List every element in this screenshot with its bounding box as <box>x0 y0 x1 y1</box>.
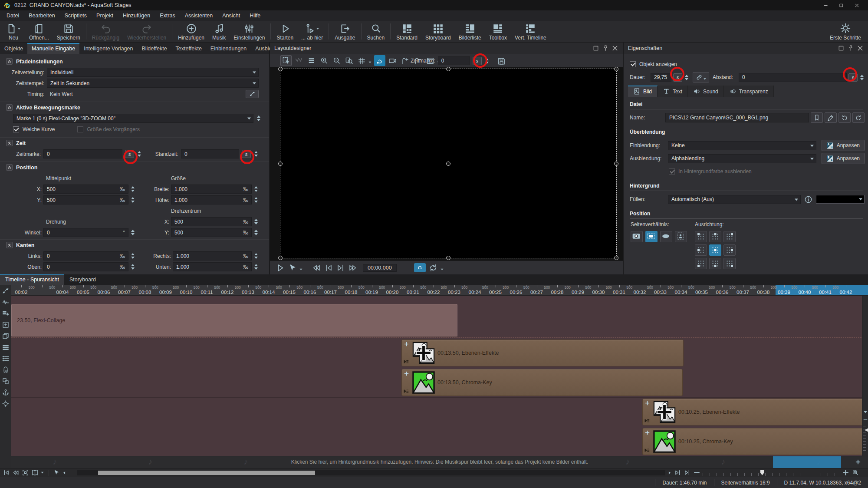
toolbar-ab-hier-button[interactable]: ... ab hier <box>297 21 327 42</box>
menu-item-hilfe[interactable]: Hilfe <box>245 10 265 21</box>
ausblendung-select[interactable]: Alphablending <box>668 154 816 163</box>
zoom-in-timeline-button[interactable] <box>842 469 849 476</box>
music-track[interactable]: Klicken Sie hier, um Hintergrundmusik hi… <box>11 456 868 468</box>
selection-handle[interactable] <box>614 67 618 71</box>
menu-item-ansicht[interactable]: Ansicht <box>217 10 245 21</box>
layout-zeitmarke-unit-button[interactable]: s <box>473 57 482 65</box>
add-effect-icon[interactable] <box>404 341 409 347</box>
menu-item-hinzufügen[interactable]: Hinzufügen <box>118 10 155 21</box>
dauer-unit-button[interactable]: s <box>673 73 682 82</box>
pages-dropdown-icon[interactable] <box>40 471 44 475</box>
toolbar-vert-timeline-button[interactable]: Vert. Timeline <box>511 21 550 42</box>
zoom-slider-handle[interactable] <box>760 470 764 475</box>
insert-track-icon[interactable] <box>2 310 10 317</box>
layout-zeitmarke-spinner[interactable] <box>484 56 490 65</box>
dz-x-spinner[interactable] <box>253 218 259 226</box>
chevron-down-icon[interactable] <box>858 197 863 202</box>
maximize-button[interactable] <box>833 0 849 10</box>
tab-text[interactable]: Text <box>658 86 688 97</box>
play-mode-dropdown-icon[interactable] <box>299 267 303 271</box>
collapse-icon[interactable] <box>6 164 13 171</box>
toolbar-musik-button[interactable]: Musik <box>208 21 230 42</box>
rechts-field[interactable]: 1.000 ‰ <box>173 251 252 260</box>
layout-selection-rect[interactable] <box>280 69 617 258</box>
links-field[interactable]: 0 ‰ <box>43 251 128 260</box>
timeline-zoom-slider[interactable] <box>703 470 840 476</box>
tab-manuelle-eingabe[interactable]: Manuelle Eingabe <box>27 43 79 54</box>
chevron-down-icon[interactable] <box>17 26 21 31</box>
selection-handle[interactable] <box>278 67 283 71</box>
links-spinner[interactable] <box>130 252 135 260</box>
transition-icon[interactable] <box>644 447 650 453</box>
skip-end-button[interactable] <box>684 469 691 476</box>
save-view-button[interactable] <box>496 56 507 66</box>
weiche-kurve-checkbox[interactable] <box>13 126 19 132</box>
standzeit-spinner[interactable] <box>253 150 259 158</box>
crosshair-icon[interactable] <box>2 400 10 408</box>
track-zoom-out-icon[interactable] <box>863 417 868 422</box>
aspect-fit-button[interactable] <box>645 231 658 242</box>
scroll-down-icon[interactable] <box>863 409 868 415</box>
timeline-object-00-13-50-chroma-key[interactable]: 00:13.50, Chroma-Key <box>401 369 683 396</box>
tab-timeline-spuransicht[interactable]: Timeline - Spuransicht <box>0 274 64 285</box>
fuellen-select[interactable]: Automatisch (Aus) <box>668 195 801 204</box>
menu-item-extras[interactable]: Extras <box>155 10 180 21</box>
menu-item-assistenten[interactable]: Assistenten <box>180 10 218 21</box>
zoom-in-button[interactable] <box>318 55 329 66</box>
align-bottom-left-button[interactable] <box>695 258 707 269</box>
einblendung-anpassen-button[interactable]: AB Anpassen <box>822 140 865 151</box>
close-panel-button[interactable] <box>612 45 618 52</box>
horizontal-scrollbar[interactable] <box>77 470 665 475</box>
selection-handle[interactable] <box>278 256 283 260</box>
pin-panel-button[interactable] <box>602 45 609 52</box>
abstand-spinner[interactable] <box>859 73 865 82</box>
rechts-spinner[interactable] <box>253 252 259 260</box>
section-header-kanten[interactable]: Kanten <box>0 240 269 250</box>
y-spinner[interactable] <box>130 196 135 204</box>
chevron-down-icon[interactable] <box>809 143 815 148</box>
zeitstempel-select[interactable]: Zeit in Sekunden <box>47 79 259 88</box>
menu-item-projekt[interactable]: Projekt <box>92 10 118 21</box>
selection-handle[interactable] <box>614 162 618 166</box>
selection-handle[interactable] <box>614 256 618 260</box>
minimize-button[interactable] <box>818 0 833 10</box>
loop-button[interactable] <box>428 263 438 273</box>
section-header-pfadeinstellungen[interactable]: Pfadeinstellungen <box>0 56 269 66</box>
timeline-object-00-13-50-ebenen-effekte[interactable]: 00:13.50, Ebenen-Effekte <box>401 340 684 366</box>
selection-handle[interactable] <box>446 67 450 71</box>
toolbar-öffnen-button[interactable]: Öffnen... <box>25 21 53 42</box>
tab-storyboard[interactable]: Storyboard <box>64 274 101 285</box>
tab-objekte[interactable]: Objekte <box>0 43 27 54</box>
float-panel-button[interactable] <box>592 45 599 52</box>
loop-dropdown-icon[interactable] <box>440 267 444 271</box>
toolbar-starten-button[interactable]: Starten <box>273 21 297 42</box>
add-music-icon[interactable] <box>855 459 861 465</box>
oben-field[interactable]: 0 ‰ <box>43 262 128 271</box>
chevron-down-icon[interactable] <box>316 26 320 31</box>
camera-pan-button[interactable] <box>387 55 398 66</box>
align-bottom-center-button[interactable] <box>709 258 721 269</box>
float-panel-button[interactable] <box>838 45 845 52</box>
layout-canvas-area[interactable] <box>270 67 623 260</box>
align-top-right-button[interactable] <box>723 231 736 242</box>
menu-item-datei[interactable]: Datei <box>2 10 24 21</box>
timing-curve-button[interactable] <box>246 90 259 98</box>
transition-icon[interactable] <box>644 418 650 424</box>
zeitverteilung-select[interactable]: Individuell <box>47 68 259 77</box>
waveform-icon[interactable] <box>2 298 10 306</box>
einblendung-select[interactable]: Keine <box>668 141 816 150</box>
center-handle[interactable] <box>446 162 450 166</box>
hoehe-spinner[interactable] <box>253 196 259 204</box>
timeline-object-00-10-25-chroma-key[interactable]: 00:10.25, Chroma-Key <box>642 428 868 455</box>
toolbar-suchen-button[interactable]: Suchen <box>363 21 389 42</box>
erste-schritte-button[interactable]: Erste Schritte <box>825 21 866 42</box>
rotate-right-button[interactable] <box>852 112 865 123</box>
aspect-original-button[interactable] <box>631 231 643 242</box>
link-duration-button[interactable] <box>693 72 709 82</box>
selection-handle[interactable] <box>446 256 450 260</box>
menu-item-bearbeiten[interactable]: Bearbeiten <box>24 10 59 21</box>
transition-icon[interactable] <box>403 388 409 394</box>
winkel-spinner[interactable] <box>130 228 135 237</box>
motion-path-button[interactable] <box>374 55 385 66</box>
zeitmarke-spinner[interactable] <box>137 150 142 158</box>
